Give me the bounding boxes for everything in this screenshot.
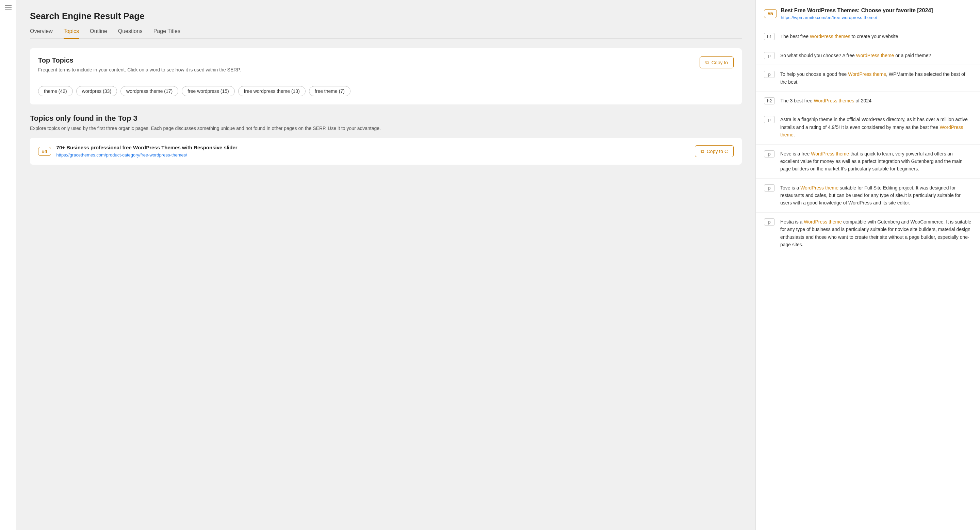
highlight: WordPress theme [780,124,963,137]
right-panel: #5 Best Free WordPress Themes: Choose yo… [756,0,980,530]
topic-tag[interactable]: free wordpress theme (13) [238,86,305,96]
panel-item: p Hestia is a WordPress theme compatible… [756,213,980,254]
panel-item: h1 The best free WordPress themes to cre… [756,27,980,46]
topic-tag[interactable]: free wordpress (15) [182,86,234,96]
panel-title: Best Free WordPress Themes: Choose your … [781,7,933,14]
highlight: WordPress theme [800,185,838,190]
panel-body: h1 The best free WordPress themes to cre… [756,27,980,254]
topics-grid: theme (42) wordpres (33) wordpress theme… [38,86,733,96]
panel-text: Hestia is a WordPress theme compatible w… [780,218,972,249]
highlight: WordPress themes [814,98,854,103]
top3-section: Topics only found in the Top 3 Explore t… [30,114,742,165]
panel-text: So what should you choose? A free WordPr… [780,52,931,59]
copy-icon: ⧉ [701,148,704,154]
highlight: WordPress theme [804,219,842,225]
topic-tag[interactable]: theme (42) [38,86,73,96]
copy-result-button[interactable]: ⧉ Copy to C [695,145,733,157]
tag-h1: h1 [764,33,775,40]
top-topics-desc: Frequent terms to include in your conten… [38,67,241,73]
page-title: Search Engine Result Page [30,11,742,21]
highlight: WordPress theme [848,71,886,77]
top-topics-section: Top Topics Frequent terms to include in … [30,48,742,105]
panel-item: p So what should you choose? A free Word… [756,46,980,65]
panel-item: p Tove is a WordPress theme suitable for… [756,179,980,213]
copy-icon: ⧉ [705,60,709,65]
panel-item: p Astra is a flagship theme in the offic… [756,110,980,144]
result-card-4: #4 70+ Business professional free WordPr… [30,138,742,165]
panel-item: p To help you choose a good free WordPre… [756,65,980,92]
tag-p: p [764,150,775,157]
tag-p: p [764,71,775,78]
tag-p: p [764,116,775,123]
hamburger-menu[interactable] [5,5,11,10]
tag-p: p [764,52,775,59]
top-topics-title: Top Topics [38,57,241,64]
topic-tag[interactable]: free theme (7) [309,86,350,96]
panel-header: #5 Best Free WordPress Themes: Choose yo… [756,0,980,27]
panel-text: Tove is a WordPress theme suitable for F… [780,184,972,207]
panel-item: p Neve is a free WordPress theme that is… [756,144,980,179]
result-card-url[interactable]: https://gracethemes.com/product-category… [56,152,187,157]
top3-desc: Explore topics only used by the first th… [30,125,742,131]
topic-tag[interactable]: wordpress theme (17) [121,86,178,96]
panel-url[interactable]: https://wpmarmite.com/en/free-wordpress-… [781,15,933,20]
result-number-4: #4 [38,147,51,156]
tab-page-titles[interactable]: Page Titles [153,28,180,39]
result-card-title: 70+ Business professional free WordPress… [56,144,237,150]
panel-item: h2 The 3 best free WordPress themes of 2… [756,92,980,110]
panel-text: Neve is a free WordPress theme that is q… [780,150,972,173]
highlight: WordPress theme [856,53,894,58]
left-sidebar [0,0,16,530]
tag-p: p [764,184,775,192]
panel-result-number: #5 [764,9,777,18]
copy-result-label: Copy to C [707,149,728,154]
highlight: WordPress themes [810,34,850,39]
top3-title: Topics only found in the Top 3 [30,114,742,123]
topic-tag[interactable]: wordpres (33) [76,86,117,96]
copy-topics-button[interactable]: ⧉ Copy to [700,57,733,68]
tab-topics[interactable]: Topics [64,28,79,39]
tag-p: p [764,218,775,225]
tab-outline[interactable]: Outline [90,28,107,39]
highlight: WordPress theme [811,151,849,157]
panel-text: To help you choose a good free WordPress… [780,70,972,86]
panel-text: Astra is a flagship theme in the officia… [780,116,972,138]
tag-h2: h2 [764,97,775,105]
tab-overview[interactable]: Overview [30,28,53,39]
tabs-container: Overview Topics Outline Questions Page T… [30,28,742,39]
panel-text: The best free WordPress themes to create… [780,33,898,40]
main-content: Search Engine Result Page Overview Topic… [16,0,756,530]
tab-questions[interactable]: Questions [118,28,143,39]
panel-text: The 3 best free WordPress themes of 2024 [780,97,871,105]
copy-topics-label: Copy to [711,60,728,65]
